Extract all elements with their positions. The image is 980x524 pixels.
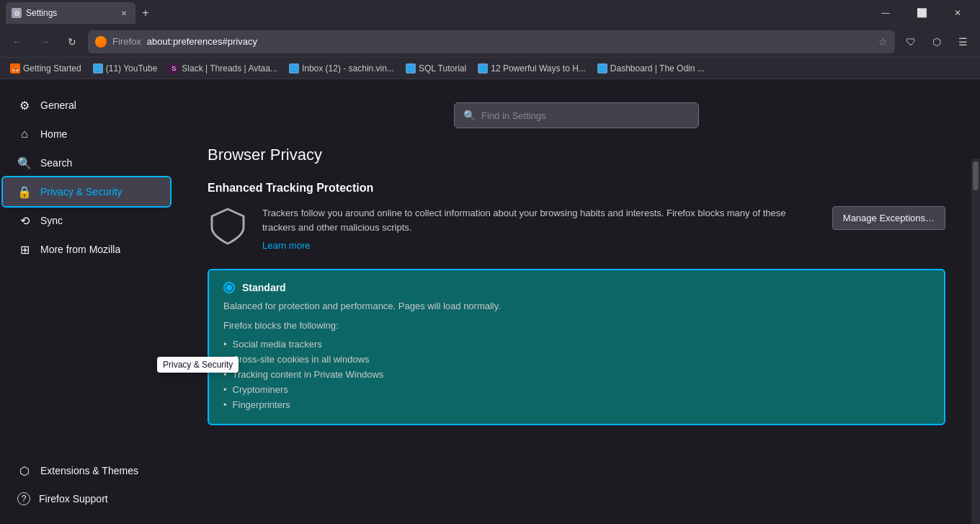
shield-toolbar-icon[interactable]: 🛡 <box>899 30 922 53</box>
block-item-tracking: Tracking content in Private Windows <box>223 367 930 382</box>
sidebar-item-extensions-themes[interactable]: ⬡ Extensions & Themes <box>3 456 170 485</box>
urlbar[interactable]: Firefox about:preferences#privacy ☆ <box>88 30 895 53</box>
sidebar-item-search[interactable]: 🔍 Search <box>3 148 170 177</box>
bookmark-label-youtube: (11) YouTube <box>106 63 158 74</box>
url-protocol: Firefox <box>112 36 141 47</box>
find-bar-search-icon: 🔍 <box>463 110 476 121</box>
bookmark-label-getting-started: Getting Started <box>23 63 81 74</box>
bookmark-slack[interactable]: S Slack | Threads | Avtaa... <box>164 62 282 75</box>
maximize-button[interactable]: ⬜ <box>905 1 938 25</box>
standard-radio-button[interactable] <box>223 282 235 293</box>
scrollbar-thumb[interactable] <box>973 161 979 190</box>
block-item-crypto: Cryptominers <box>223 382 930 397</box>
back-button[interactable]: ← <box>6 30 29 53</box>
sidebar-item-home[interactable]: ⌂ Home <box>3 120 170 148</box>
standard-option-description: Balanced for protection and performance.… <box>223 301 930 311</box>
sidebar-label-search: Search <box>40 157 72 169</box>
blocks-list: Social media trackers Cross-site cookies… <box>223 337 930 412</box>
bookmark-label-powerful: 12 Powerful Ways to H... <box>491 63 586 74</box>
main-area: ⚙ General ⌂ Home 🔍 Search 🔒 Privacy & Se… <box>0 79 980 524</box>
url-address: about:preferences#privacy <box>147 36 257 47</box>
etp-description: Trackers follow you around online to col… <box>262 206 818 234</box>
more-mozilla-icon: ⊞ <box>17 242 32 257</box>
etp-section: Trackers follow you around online to col… <box>208 206 945 252</box>
general-icon: ⚙ <box>17 98 32 112</box>
etp-description-area: Trackers follow you around online to col… <box>262 206 818 252</box>
extensions-icon: ⬡ <box>17 463 32 478</box>
sidebar-item-privacy-security[interactable]: 🔒 Privacy & Security <box>3 177 170 206</box>
bookmark-sql[interactable]: 🌐 SQL Tutorial <box>401 62 471 75</box>
window-controls: — ⬜ ✕ <box>869 1 974 25</box>
sidebar-item-more-mozilla[interactable]: ⊞ More from Mozilla <box>3 235 170 264</box>
manage-exceptions-button[interactable]: Manage Exceptions… <box>832 206 945 230</box>
home-icon: ⌂ <box>17 127 32 141</box>
find-bar-wrap: 🔍 <box>208 102 945 128</box>
extensions-toolbar-icon[interactable]: ⬡ <box>925 30 948 53</box>
content-area: 🔍 Browser Privacy Enhanced Tracking Prot… <box>173 79 980 524</box>
bookmark-label-sql: SQL Tutorial <box>419 63 466 74</box>
settings-favicon: ⚙ <box>12 8 22 18</box>
bookmark-getting-started[interactable]: 🦊 Getting Started <box>6 62 86 75</box>
search-icon: 🔍 <box>17 156 32 170</box>
bookmark-favicon-youtube: 🌐 <box>93 63 103 74</box>
find-bar-input[interactable] <box>481 110 690 121</box>
shield-icon-wrap <box>208 206 248 247</box>
bookmark-youtube[interactable]: 🌐 (11) YouTube <box>89 62 162 75</box>
refresh-button[interactable]: ↻ <box>61 30 84 53</box>
bookmark-favicon-powerful: 🌐 <box>478 63 488 74</box>
sidebar-label-privacy-security: Privacy & Security <box>40 186 122 197</box>
firefox-logo-icon <box>95 36 107 48</box>
standard-option-label: Standard <box>242 282 286 293</box>
sidebar-bottom: ⬡ Extensions & Themes ? Firefox Support <box>0 456 173 512</box>
star-icon[interactable]: ☆ <box>878 36 888 48</box>
new-tab-button[interactable]: + <box>135 3 156 23</box>
tooltip-privacy-security: Privacy & Security <box>157 357 239 373</box>
block-item-cross-site: Cross-site cookies in all windows <box>223 352 930 367</box>
block-item-fingerprinters: Fingerprinters <box>223 397 930 412</box>
sidebar-label-general: General <box>40 99 76 111</box>
bookmark-inbox[interactable]: 🌐 Inbox (12) - sachin.vin... <box>285 62 398 75</box>
minimize-button[interactable]: — <box>869 1 902 25</box>
bookmark-powerful-ways[interactable]: 🌐 12 Powerful Ways to H... <box>473 62 590 75</box>
bookmark-label-slack: Slack | Threads | Avtaa... <box>182 63 277 74</box>
close-button[interactable]: ✕ <box>941 1 974 25</box>
bookmark-dashboard[interactable]: 🌐 Dashboard | The Odin ... <box>593 62 709 75</box>
sidebar-spacer <box>0 264 173 456</box>
sidebar-item-firefox-support[interactable]: ? Firefox Support <box>3 485 170 512</box>
scrollbar-track <box>971 159 980 524</box>
sidebar-item-general[interactable]: ⚙ General <box>3 91 170 120</box>
privacy-security-icon: 🔒 <box>17 185 32 199</box>
page-title: Browser Privacy <box>208 146 945 164</box>
block-item-social: Social media trackers <box>223 337 930 352</box>
standard-option-header: Standard <box>223 282 930 293</box>
find-bar[interactable]: 🔍 <box>454 102 699 128</box>
sidebar-label-home: Home <box>40 128 67 140</box>
bookmark-favicon-sql: 🌐 <box>406 63 416 74</box>
learn-more-link[interactable]: Learn more <box>262 240 310 251</box>
bookmark-favicon-inbox: 🌐 <box>289 63 299 74</box>
bookmark-label-dashboard: Dashboard | The Odin ... <box>610 63 705 74</box>
sidebar-label-support: Firefox Support <box>39 493 108 505</box>
settings-tab[interactable]: ⚙ Settings ✕ <box>6 2 135 24</box>
shield-icon <box>208 206 248 247</box>
support-icon: ? <box>17 492 30 505</box>
forward-button[interactable]: → <box>33 30 56 53</box>
bookmark-favicon-getting-started: 🦊 <box>10 63 20 74</box>
bookmark-favicon-slack: S <box>169 63 179 74</box>
tab-title: Settings <box>26 8 114 18</box>
sync-icon: ⟲ <box>17 213 32 228</box>
bookmark-favicon-dashboard: 🌐 <box>597 63 607 74</box>
toolbar-icons: 🛡 ⬡ ☰ <box>899 30 974 53</box>
standard-option-box[interactable]: Standard Balanced for protection and per… <box>208 269 945 425</box>
sidebar-label-more-mozilla: More from Mozilla <box>40 244 120 255</box>
bookmarks-bar: 🦊 Getting Started 🌐 (11) YouTube S Slack… <box>0 58 980 79</box>
sidebar-label-extensions: Extensions & Themes <box>40 465 138 476</box>
bookmark-label-inbox: Inbox (12) - sachin.vin... <box>302 63 394 74</box>
tab-close-button[interactable]: ✕ <box>118 7 130 19</box>
menu-button[interactable]: ☰ <box>951 30 974 53</box>
sidebar-item-sync[interactable]: ⟲ Sync <box>3 206 170 235</box>
tab-bar: ⚙ Settings ✕ + <box>6 2 869 24</box>
section-title-etp: Enhanced Tracking Protection <box>208 182 945 195</box>
sidebar: ⚙ General ⌂ Home 🔍 Search 🔒 Privacy & Se… <box>0 79 173 524</box>
blocks-intro-label: Firefox blocks the following: <box>223 320 930 331</box>
